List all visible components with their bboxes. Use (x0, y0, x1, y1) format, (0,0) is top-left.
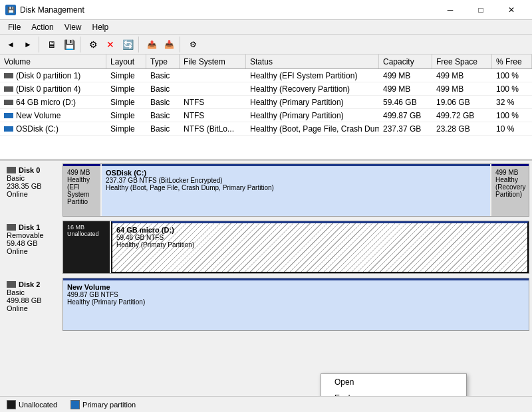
col-type: Type (146, 54, 180, 68)
menu-help[interactable]: Help (87, 20, 114, 35)
cell-capacity: 499.87 GB (379, 110, 432, 121)
legend-label-unallocated: Unallocated (19, 401, 57, 409)
disk-2-partition-newvol[interactable]: New Volume 499.87 GB NTFS Healthy (Prima… (63, 278, 529, 330)
cell-status: Healthy (Primary Partition) (246, 97, 379, 108)
disk-0-type: Basic (7, 174, 59, 182)
cell-fs (180, 75, 246, 76)
disk-1-partitions: 16 MB Unallocated 64 GB micro (D:) 59.46… (63, 221, 529, 274)
disk-0-partitions: 499 MB Healthy (EFI System Partitio OSDi… (63, 163, 529, 217)
menu-file[interactable]: File (3, 20, 26, 35)
disk-2-title: Disk 2 (7, 280, 59, 288)
disk-2-partitions: New Volume 499.87 GB NTFS Healthy (Prima… (63, 278, 529, 331)
cell-fs: NTFS (BitLo... (180, 124, 246, 134)
toolbar-sep-4 (180, 37, 182, 52)
toolbar-btn-6[interactable]: 🔄 (120, 37, 136, 52)
col-freespace: Free Space (432, 54, 492, 68)
cell-type: Basic (146, 70, 180, 81)
ctx-explore[interactable]: Explore (321, 390, 466, 396)
col-pctfree: % Free (492, 54, 532, 68)
disk-1-title: Disk 1 (7, 223, 59, 231)
toolbar-btn-7[interactable]: 📤 (144, 37, 160, 52)
col-capacity: Capacity (379, 54, 432, 68)
disk-1-status: Online (7, 247, 59, 255)
table-row[interactable]: 64 GB micro (D:) Simple Basic NTFS Healt… (0, 96, 532, 109)
cell-fs: NTFS (180, 110, 246, 121)
disk-0-label: Disk 0 Basic 238.35 GB Online (3, 163, 63, 217)
cell-pct: 100 % (492, 110, 532, 121)
disk-1-type: Removable (7, 231, 59, 239)
window-controls: ─ □ ✕ (435, 0, 527, 20)
toolbar-btn-3[interactable]: 🖥 (44, 37, 60, 52)
disk-2-size: 499.88 GB (7, 296, 59, 304)
ctx-open[interactable]: Open (321, 374, 466, 390)
cell-capacity: 499 MB (379, 70, 432, 81)
legend-box-unallocated (7, 400, 16, 409)
cell-layout: Simple (106, 110, 146, 121)
legend-box-primary (70, 400, 80, 409)
legend-label-primary: Primary partition (82, 401, 136, 409)
cell-fs (180, 88, 246, 90)
cell-type: Basic (146, 97, 180, 108)
toolbar-btn-x[interactable]: ✕ (102, 37, 118, 52)
cell-layout: Simple (106, 124, 146, 134)
table-row[interactable]: (Disk 0 partition 1) Simple Basic Health… (0, 69, 532, 82)
table-row[interactable]: OSDisk (C:) Simple Basic NTFS (BitLo... … (0, 122, 532, 136)
maximize-button[interactable]: □ (466, 0, 496, 20)
disk-1-size: 59.48 GB (7, 239, 59, 247)
forward-button[interactable]: ► (20, 37, 36, 52)
disk-1-row: Disk 1 Removable 59.48 GB Online 16 MB U… (3, 221, 529, 274)
col-status: Status (246, 54, 379, 68)
cell-free: 19.06 GB (432, 97, 492, 108)
cell-free: 499 MB (432, 70, 492, 81)
cell-pct: 100 % (492, 84, 532, 94)
menu-view[interactable]: View (59, 20, 87, 35)
cell-layout: Simple (106, 97, 146, 108)
main-area: Volume Layout Type File System Status Ca… (0, 54, 532, 396)
table-row[interactable]: (Disk 0 partition 4) Simple Basic Health… (0, 82, 532, 96)
legend-unallocated: Unallocated (7, 400, 57, 409)
disk-0-partition-efi[interactable]: 499 MB Healthy (EFI System Partitio (63, 164, 100, 216)
cell-layout: Simple (106, 84, 146, 94)
legend-primary: Primary partition (70, 400, 136, 409)
col-filesystem: File System (180, 54, 246, 68)
cell-volume: OSDisk (C:) (0, 124, 106, 134)
cell-volume: (Disk 0 partition 1) (0, 70, 106, 81)
window-title: Disk Management (20, 5, 84, 15)
toolbar-btn-9[interactable]: ⚙ (185, 37, 201, 52)
cell-type: Basic (146, 84, 180, 94)
disk-view-area: Disk 0 Basic 238.35 GB Online 499 MB Hea… (0, 161, 532, 396)
disk-1-label: Disk 1 Removable 59.48 GB Online (3, 221, 63, 274)
disk-0-partition-os[interactable]: OSDisk (C:) 237.37 GB NTFS (BitLocker En… (102, 164, 490, 216)
cell-pct: 10 % (492, 124, 532, 134)
toolbar-btn-8[interactable]: 📥 (161, 37, 177, 52)
cell-volume: 64 GB micro (D:) (0, 97, 106, 108)
disk-2-type: Basic (7, 288, 59, 296)
close-button[interactable]: ✕ (496, 0, 527, 20)
cell-capacity: 237.37 GB (379, 124, 432, 134)
disk-0-size: 238.35 GB (7, 182, 59, 190)
cell-type: Basic (146, 124, 180, 134)
disk-2-status: Online (7, 304, 59, 312)
toolbar-btn-4[interactable]: 💾 (61, 37, 77, 52)
disk-1-partition-d[interactable]: 64 GB micro (D:) 59.46 GB NTFS Healthy (… (111, 221, 529, 273)
disk-1-partition-unallocated[interactable]: 16 MB Unallocated (63, 221, 110, 273)
cell-volume: (Disk 0 partition 4) (0, 84, 106, 94)
col-layout: Layout (106, 54, 146, 68)
minimize-button[interactable]: ─ (435, 0, 466, 20)
disk-0-status: Online (7, 190, 59, 198)
back-button[interactable]: ◄ (3, 37, 19, 52)
disk-0-partition-recovery[interactable]: 499 MB Healthy (Recovery Partition) (491, 164, 529, 216)
menu-action[interactable]: Action (26, 20, 59, 35)
toolbar-btn-5[interactable]: ⚙ (85, 37, 101, 52)
cell-status: Healthy (Recovery Partition) (246, 84, 379, 94)
cell-layout: Simple (106, 70, 146, 81)
disk-2-row: Disk 2 Basic 499.88 GB Online New Volume… (3, 278, 529, 331)
disk-0-row: Disk 0 Basic 238.35 GB Online 499 MB Hea… (3, 163, 529, 217)
table-row[interactable]: New Volume Simple Basic NTFS Healthy (Pr… (0, 109, 532, 122)
volume-table: Volume Layout Type File System Status Ca… (0, 54, 532, 161)
title-bar: 💾 Disk Management ─ □ ✕ (0, 0, 532, 20)
col-volume: Volume (0, 54, 106, 68)
app-icon: 💾 (5, 5, 16, 15)
cell-volume: New Volume (0, 110, 106, 121)
toolbar: ◄ ► 🖥 💾 ⚙ ✕ 🔄 📤 📥 ⚙ (0, 35, 532, 54)
